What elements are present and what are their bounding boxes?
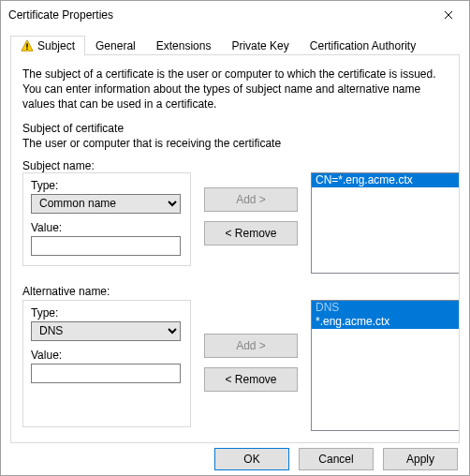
apply-button[interactable]: Apply — [383, 448, 458, 470]
dialog-window: Certificate Properties Subject General E… — [0, 0, 470, 476]
ok-button[interactable]: OK — [214, 448, 289, 470]
tab-general-label: General — [95, 39, 136, 52]
list-item[interactable]: *.eng.acme.ctx — [312, 315, 460, 329]
subject-remove-button[interactable]: < Remove — [204, 221, 298, 245]
tab-private-key[interactable]: Private Key — [221, 35, 299, 55]
alt-button-col: Add > < Remove — [204, 300, 298, 392]
svg-rect-0 — [26, 43, 27, 47]
close-icon — [444, 10, 453, 20]
alt-name-group: Type: DNS Value: — [22, 300, 191, 427]
subject-type-select[interactable]: Common name — [31, 194, 181, 214]
subject-name-heading: Subject name: — [22, 159, 448, 172]
alt-add-button[interactable]: Add > — [204, 334, 298, 358]
tab-extensions-label: Extensions — [156, 39, 212, 52]
dialog-footer: OK Cancel Apply — [1, 443, 469, 475]
tab-cert-authority[interactable]: Certification Authority — [300, 35, 426, 55]
tab-private-key-label: Private Key — [231, 39, 288, 52]
alt-type-label: Type: — [31, 306, 183, 320]
tabpage-subject: The subject of a certificate is the user… — [10, 55, 460, 443]
alt-name-row: Type: DNS Value: Add > < Remove DNS *.en… — [22, 300, 448, 431]
alt-name-listbox[interactable]: DNS *.eng.acme.ctx — [311, 300, 460, 431]
subject-button-col: Add > < Remove — [204, 172, 298, 245]
cancel-button[interactable]: Cancel — [299, 448, 374, 470]
alt-type-select[interactable]: DNS — [31, 321, 181, 341]
tab-subject-label: Subject — [37, 39, 75, 52]
titlebar: Certificate Properties — [1, 1, 469, 29]
tabstrip: Subject General Extensions Private Key C… — [10, 35, 460, 55]
description-text: The subject of a certificate is the user… — [22, 67, 448, 112]
window-title: Certificate Properties — [8, 8, 113, 22]
subject-name-row: Type: Common name Value: Add > < Remove … — [22, 172, 448, 274]
alt-value-input[interactable] — [31, 364, 181, 383]
tab-cert-authority-label: Certification Authority — [310, 39, 416, 52]
close-button[interactable] — [427, 1, 469, 29]
subject-value-label: Value: — [31, 221, 183, 234]
subject-type-label: Type: — [31, 179, 183, 192]
tab-general[interactable]: General — [85, 35, 146, 55]
client-area: Subject General Extensions Private Key C… — [1, 29, 469, 443]
subject-name-listbox[interactable]: CN=*.eng.acme.ctx — [311, 172, 460, 274]
section-title: Subject of certificate — [22, 122, 448, 135]
subject-add-button[interactable]: Add > — [204, 187, 298, 212]
tab-extensions[interactable]: Extensions — [146, 35, 222, 55]
list-item-head[interactable]: DNS — [312, 301, 460, 315]
alt-remove-button[interactable]: < Remove — [204, 367, 298, 392]
svg-rect-1 — [26, 49, 27, 50]
tab-subject[interactable]: Subject — [10, 36, 85, 56]
list-item[interactable]: CN=*.eng.acme.ctx — [312, 173, 460, 187]
warning-icon — [21, 39, 34, 52]
alt-value-label: Value: — [31, 349, 183, 362]
section-sub: The user or computer that is receiving t… — [22, 137, 448, 150]
alt-name-heading: Alternative name: — [22, 285, 448, 298]
subject-name-group: Type: Common name Value: — [22, 172, 191, 266]
subject-value-input[interactable] — [31, 236, 181, 256]
